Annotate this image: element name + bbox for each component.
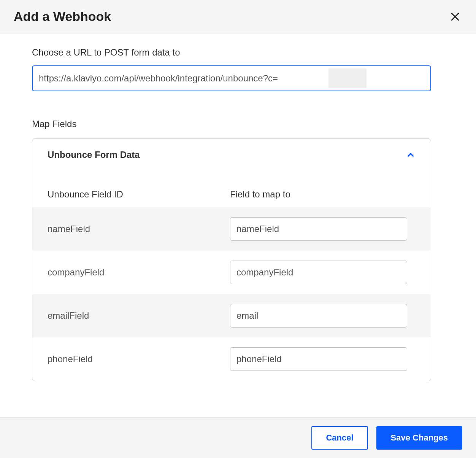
field-id-label: emailField bbox=[48, 310, 230, 321]
chevron-up-icon bbox=[406, 150, 416, 160]
field-map-input[interactable] bbox=[230, 217, 407, 241]
map-row: companyField bbox=[32, 251, 431, 294]
column-header-field-id: Unbounce Field ID bbox=[48, 189, 230, 200]
modal-header: Add a Webhook bbox=[0, 0, 476, 33]
panel-title: Unbounce Form Data bbox=[48, 149, 140, 160]
field-map-input[interactable] bbox=[230, 304, 407, 328]
url-section-label: Choose a URL to POST form data to bbox=[32, 47, 444, 58]
form-data-panel: Unbounce Form Data Unbounce Field ID Fie… bbox=[32, 138, 431, 381]
field-map-input[interactable] bbox=[230, 347, 407, 371]
modal-footer: Cancel Save Changes bbox=[0, 417, 476, 458]
field-id-label: nameField bbox=[48, 224, 230, 234]
map-row: emailField bbox=[32, 294, 431, 337]
modal-title: Add a Webhook bbox=[14, 9, 111, 24]
map-fields-label: Map Fields bbox=[32, 119, 444, 129]
map-table-header: Unbounce Field ID Field to map to bbox=[32, 171, 431, 207]
save-changes-button[interactable]: Save Changes bbox=[376, 426, 462, 450]
field-id-label: phoneField bbox=[48, 354, 230, 364]
webhook-url-input[interactable] bbox=[32, 65, 431, 91]
panel-header-toggle[interactable]: Unbounce Form Data bbox=[32, 139, 431, 171]
map-row: nameField bbox=[32, 207, 431, 251]
map-row: phoneField bbox=[32, 337, 431, 381]
redacted-overlay bbox=[328, 68, 367, 88]
modal-body: Choose a URL to POST form data to Map Fi… bbox=[0, 33, 476, 381]
column-header-map-to: Field to map to bbox=[230, 189, 416, 200]
close-button[interactable] bbox=[448, 10, 462, 24]
cancel-button[interactable]: Cancel bbox=[311, 426, 368, 450]
url-input-wrap bbox=[32, 65, 431, 91]
close-icon bbox=[449, 11, 461, 22]
field-map-input[interactable] bbox=[230, 261, 407, 284]
field-id-label: companyField bbox=[48, 267, 230, 278]
